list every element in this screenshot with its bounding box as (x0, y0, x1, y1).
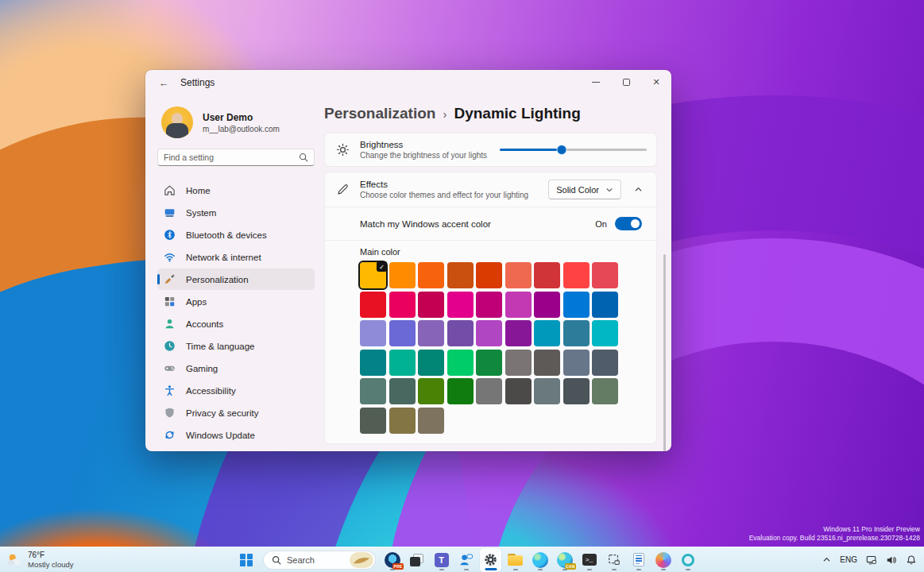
taskbar-app-dev-home[interactable] (603, 548, 624, 572)
color-swatch-525e54[interactable] (360, 408, 386, 434)
color-swatch-68768a[interactable] (563, 350, 590, 376)
sidebar-item-gaming[interactable]: Gaming (157, 358, 315, 379)
color-swatch-647c64[interactable] (592, 378, 618, 404)
weather-widget[interactable]: 76°F Mostly cloudy (6, 547, 74, 572)
color-swatch-2d7d9a[interactable] (563, 320, 590, 346)
taskbar-app-loop-ring[interactable] (677, 548, 698, 572)
volume-icon[interactable] (886, 555, 897, 566)
sidebar-item-home[interactable]: Home (157, 180, 315, 201)
color-swatch-0063b1[interactable] (592, 292, 618, 318)
color-swatch-ea005e[interactable] (389, 292, 416, 318)
sidebar-item-windows-update[interactable]: Windows Update (157, 424, 315, 446)
taskbar-app-copilot-preview[interactable]: PRE (381, 548, 403, 572)
color-swatch-ff4343[interactable] (563, 262, 590, 288)
color-swatch-f7630c[interactable] (418, 262, 444, 288)
network-icon[interactable] (866, 555, 877, 566)
taskbar-app-edge[interactable] (529, 548, 551, 572)
match-accent-toggle[interactable] (615, 217, 642, 230)
color-swatch-ca5010[interactable] (447, 262, 474, 288)
color-swatch-da3b01[interactable] (476, 262, 502, 288)
color-swatch-8e8cd8[interactable] (360, 320, 386, 346)
sidebar-item-accessibility[interactable]: Accessibility (157, 380, 315, 401)
color-swatch-c30052[interactable] (418, 292, 444, 318)
color-swatch-107c10[interactable] (447, 378, 474, 404)
color-swatch-498205[interactable] (418, 378, 444, 404)
color-swatch-00b294[interactable] (389, 350, 416, 376)
taskbar-app-terminal[interactable]: >_ (578, 548, 600, 572)
sidebar-item-accounts[interactable]: Accounts (157, 313, 315, 334)
color-swatch-0078d7[interactable] (563, 292, 590, 318)
sidebar-item-network-internet[interactable]: Network & internet (157, 246, 315, 268)
color-swatch-515c6b[interactable] (592, 350, 618, 376)
color-swatch-567c73[interactable] (360, 378, 386, 404)
color-swatch-00cc6a[interactable] (447, 350, 474, 376)
color-swatch-767676[interactable] (476, 378, 502, 404)
color-swatch-8764b8[interactable] (418, 320, 444, 346)
back-button[interactable]: ← (152, 74, 176, 91)
titlebar[interactable]: ← Settings ✕ (145, 70, 671, 95)
language-indicator[interactable]: ENG (840, 555, 857, 564)
taskbar-app-task-view[interactable] (406, 548, 427, 572)
sidebar-item-label: Personalization (186, 275, 249, 284)
taskbar-app-chat[interactable] (455, 548, 477, 572)
color-swatch-6b69d6[interactable] (389, 320, 416, 346)
color-swatch-7a7574[interactable] (505, 350, 532, 376)
color-swatch-5d5a58[interactable] (534, 350, 560, 376)
sidebar-item-personalization[interactable]: Personalization (157, 269, 315, 290)
taskbar-app-settings[interactable] (480, 548, 501, 572)
effects-dropdown[interactable]: Solid Color (548, 180, 621, 199)
color-swatch-847545[interactable] (389, 408, 416, 434)
settings-search-box[interactable] (157, 149, 315, 166)
color-swatch-9a0089[interactable] (534, 292, 560, 318)
sidebar-item-privacy-security[interactable]: Privacy & security (157, 402, 315, 423)
color-swatch-c239b3[interactable] (505, 292, 532, 318)
color-swatch-69797e[interactable] (534, 378, 560, 404)
start-button[interactable] (235, 550, 257, 570)
color-swatch-7e735f[interactable] (418, 408, 444, 434)
settings-search-input[interactable] (164, 153, 299, 162)
taskbar-app-copilot[interactable] (652, 548, 674, 572)
color-swatch-ef6950[interactable] (505, 262, 532, 288)
color-swatch-ff8c00[interactable] (389, 262, 416, 288)
sidebar-item-time-language[interactable]: Time & language (157, 335, 315, 357)
maximize-button[interactable] (611, 70, 641, 94)
sidebar-item-system[interactable]: System (157, 202, 315, 223)
taskbar-app-file-explorer[interactable] (505, 548, 526, 572)
taskbar-search[interactable] (263, 551, 376, 570)
brightness-slider[interactable] (500, 145, 647, 155)
user-account[interactable]: User Demo m__lab@outlook.com (157, 106, 315, 138)
sidebar-item-label: Accessibility (186, 386, 236, 396)
taskbar-search-input[interactable] (287, 555, 344, 565)
color-swatch-d13438[interactable] (534, 262, 560, 288)
color-swatch-e74856[interactable] (592, 262, 618, 288)
tray-chevron-up-icon[interactable] (822, 555, 831, 564)
color-swatch-bf0077[interactable] (476, 292, 502, 318)
color-swatch-ffb900[interactable]: ✓ (360, 262, 386, 288)
color-swatch-10893e[interactable] (476, 350, 502, 376)
effects-collapse-button[interactable] (626, 180, 650, 199)
color-swatch-00b7c3[interactable] (592, 320, 618, 346)
breadcrumb-parent[interactable]: Personalization (324, 105, 435, 122)
minimize-button[interactable] (581, 70, 611, 94)
color-swatch-486860[interactable] (389, 378, 416, 404)
taskbar-app-edge-canary[interactable]: CAN (554, 548, 575, 572)
color-swatch-e81123[interactable] (360, 292, 386, 318)
content-scrollbar[interactable] (663, 254, 666, 451)
sidebar-item-bluetooth-devices[interactable]: Bluetooth & devices (157, 224, 315, 245)
color-swatch-b146c2[interactable] (476, 320, 502, 346)
notifications-bell-icon[interactable] (906, 555, 917, 566)
slider-thumb[interactable] (556, 145, 566, 155)
color-swatch-0099bc[interactable] (534, 320, 560, 346)
color-swatch-4a5459[interactable] (563, 378, 590, 404)
color-swatch-881798[interactable] (505, 320, 532, 346)
color-swatch-038387[interactable] (360, 350, 386, 376)
color-swatch-4c4a48[interactable] (505, 378, 532, 404)
taskbar-app-notepad[interactable] (628, 548, 649, 572)
search-highlight-image[interactable] (350, 552, 373, 568)
color-swatch-744da9[interactable] (447, 320, 474, 346)
color-swatch-e3008c[interactable] (447, 292, 474, 318)
taskbar-app-teams[interactable]: T (431, 548, 452, 572)
close-button[interactable]: ✕ (641, 70, 671, 94)
color-swatch-018574[interactable] (418, 350, 444, 376)
sidebar-item-apps[interactable]: Apps (157, 291, 315, 312)
